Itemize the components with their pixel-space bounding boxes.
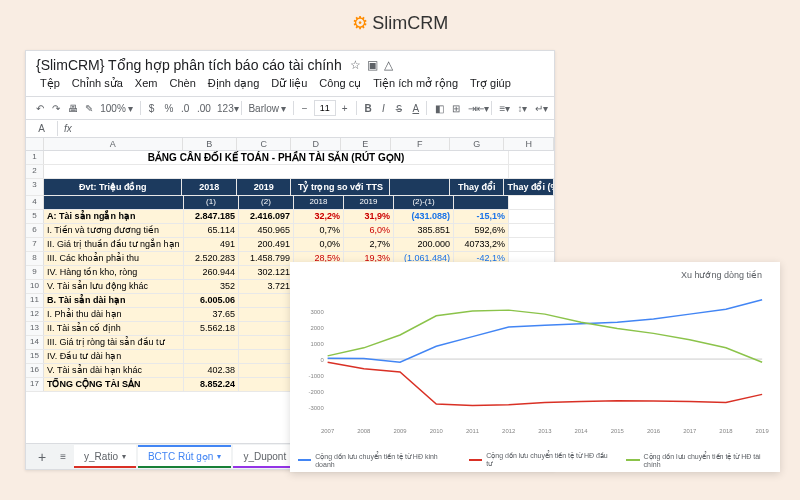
cell[interactable]: TỔNG CỘNG TÀI SẢN — [44, 378, 184, 391]
cell[interactable]: 2,7% — [344, 238, 394, 251]
merge-button[interactable]: ⇥⇤▾ — [464, 101, 487, 116]
decimal-dec-button[interactable]: .0 — [177, 101, 191, 116]
sheet-tab[interactable]: BCTC Rút gọn▾ — [138, 445, 231, 468]
cell[interactable]: 8.852.24 — [184, 378, 239, 391]
menu-dữ liệu[interactable]: Dữ liệu — [271, 77, 307, 90]
menu-chèn[interactable]: Chèn — [169, 77, 195, 90]
cell[interactable]: 260.944 — [184, 266, 239, 279]
cell[interactable]: IV. Hàng tồn kho, ròng — [44, 266, 184, 279]
font-dropdown[interactable]: Barlow▾ — [245, 102, 289, 115]
cell[interactable] — [44, 196, 184, 209]
cell[interactable]: 2019 — [237, 179, 292, 195]
valign-button[interactable]: ↕▾ — [513, 101, 528, 116]
cell[interactable]: 40733,2% — [454, 238, 509, 251]
cell[interactable]: Thay đổi (%) — [504, 179, 554, 195]
cell[interactable] — [239, 364, 294, 377]
cell[interactable]: 1.458.799 — [239, 252, 294, 265]
italic-button[interactable]: I — [376, 101, 390, 116]
redo-button[interactable]: ↷ — [48, 101, 62, 116]
cell[interactable]: I. Tiền và tương đương tiền — [44, 224, 184, 237]
cell[interactable]: 2.520.283 — [184, 252, 239, 265]
col-header[interactable]: C — [237, 138, 291, 150]
cell[interactable]: V. Tài sản dài hạn khác — [44, 364, 184, 377]
zoom-dropdown[interactable]: 100%▾ — [97, 102, 136, 115]
cell[interactable]: IV. Đầu tư dài hạn — [44, 350, 184, 363]
cell-reference[interactable]: A — [26, 121, 58, 136]
cell[interactable] — [239, 350, 294, 363]
cell[interactable]: (431.088) — [394, 210, 454, 223]
cell[interactable] — [390, 179, 449, 195]
cell[interactable]: 2018 — [294, 196, 344, 209]
cell[interactable]: 0,7% — [294, 224, 344, 237]
star-icon[interactable]: ☆ — [350, 58, 361, 72]
cell[interactable] — [184, 350, 239, 363]
cell[interactable]: 65.114 — [184, 224, 239, 237]
move-icon[interactable]: ▣ — [367, 58, 378, 72]
paint-format-button[interactable]: ✎ — [81, 101, 95, 116]
cell[interactable] — [239, 294, 294, 307]
cell[interactable]: 6,0% — [344, 224, 394, 237]
cell[interactable]: 592,6% — [454, 224, 509, 237]
cell[interactable]: 385.851 — [394, 224, 454, 237]
cell[interactable]: 302.121 — [239, 266, 294, 279]
cell[interactable]: A: Tài sản ngắn hạn — [44, 210, 184, 223]
col-header[interactable]: D — [291, 138, 341, 150]
cell[interactable]: 2019 — [344, 196, 394, 209]
cell[interactable] — [239, 378, 294, 391]
cell[interactable]: 352 — [184, 280, 239, 293]
font-size-input[interactable] — [314, 100, 336, 116]
col-header[interactable]: F — [391, 138, 450, 150]
cell[interactable]: III. Các khoản phải thu — [44, 252, 184, 265]
col-header[interactable]: A — [44, 138, 183, 150]
cell[interactable]: 31,9% — [344, 210, 394, 223]
cell[interactable] — [239, 308, 294, 321]
print-button[interactable]: 🖶 — [64, 101, 79, 116]
cell[interactable]: 2018 — [182, 179, 237, 195]
cloud-icon[interactable]: △ — [384, 58, 393, 72]
cell[interactable]: Thay đổi — [450, 179, 505, 195]
font-inc-button[interactable]: + — [338, 101, 352, 116]
col-header[interactable]: H — [504, 138, 554, 150]
align-button[interactable]: ≡▾ — [496, 101, 512, 116]
menu-tệp[interactable]: Tệp — [40, 77, 60, 90]
cell[interactable]: 491 — [184, 238, 239, 251]
cell[interactable]: III. Giá trị ròng tài sản đầu tư — [44, 336, 184, 349]
text-color-button[interactable]: A — [408, 101, 422, 116]
col-header[interactable]: E — [341, 138, 391, 150]
cell[interactable] — [239, 322, 294, 335]
menu-trợ giúp[interactable]: Trợ giúp — [470, 77, 511, 90]
cell[interactable]: Đvt: Triệu đồng — [44, 179, 183, 195]
menu-tiện ích mở rộng[interactable]: Tiện ích mở rộng — [373, 77, 458, 90]
cell[interactable]: 6.005.06 — [184, 294, 239, 307]
cell[interactable]: 5.562.18 — [184, 322, 239, 335]
cell[interactable]: B. Tài sản dài hạn — [44, 294, 184, 307]
col-header[interactable]: G — [450, 138, 504, 150]
strike-button[interactable]: S̶ — [392, 101, 406, 116]
cell[interactable]: II. Giá trị thuần đầu tư ngắn hạn — [44, 238, 184, 251]
cell[interactable]: 200.491 — [239, 238, 294, 251]
menu-định dạng[interactable]: Định dạng — [208, 77, 260, 90]
fill-color-button[interactable]: ◧ — [431, 101, 446, 116]
document-title[interactable]: {SlimCRM} Tổng hợp phân tích báo cáo tài… — [36, 57, 342, 73]
add-sheet-button[interactable]: + — [32, 449, 52, 465]
cell[interactable] — [454, 196, 509, 209]
cell[interactable]: -15,1% — [454, 210, 509, 223]
cell[interactable]: (1) — [184, 196, 239, 209]
menu-chỉnh sửa[interactable]: Chỉnh sửa — [72, 77, 123, 90]
cell[interactable]: I. Phải thu dài hạn — [44, 308, 184, 321]
cell[interactable]: Tỷ trọng so với TTS — [291, 179, 390, 195]
cell[interactable]: 32,2% — [294, 210, 344, 223]
cell[interactable]: (2)-(1) — [394, 196, 454, 209]
menu-xem[interactable]: Xem — [135, 77, 158, 90]
cell[interactable] — [239, 336, 294, 349]
cell[interactable]: 2.847.185 — [184, 210, 239, 223]
cell[interactable]: 37.65 — [184, 308, 239, 321]
wrap-button[interactable]: ↵▾ — [531, 101, 548, 116]
cell[interactable]: V. Tài sản lưu động khác — [44, 280, 184, 293]
currency-button[interactable]: $ — [145, 101, 159, 116]
percent-button[interactable]: % — [161, 101, 175, 116]
cell[interactable] — [184, 336, 239, 349]
bold-button[interactable]: B — [360, 101, 374, 116]
more-formats-button[interactable]: 123▾ — [213, 101, 237, 116]
borders-button[interactable]: ⊞ — [448, 101, 462, 116]
